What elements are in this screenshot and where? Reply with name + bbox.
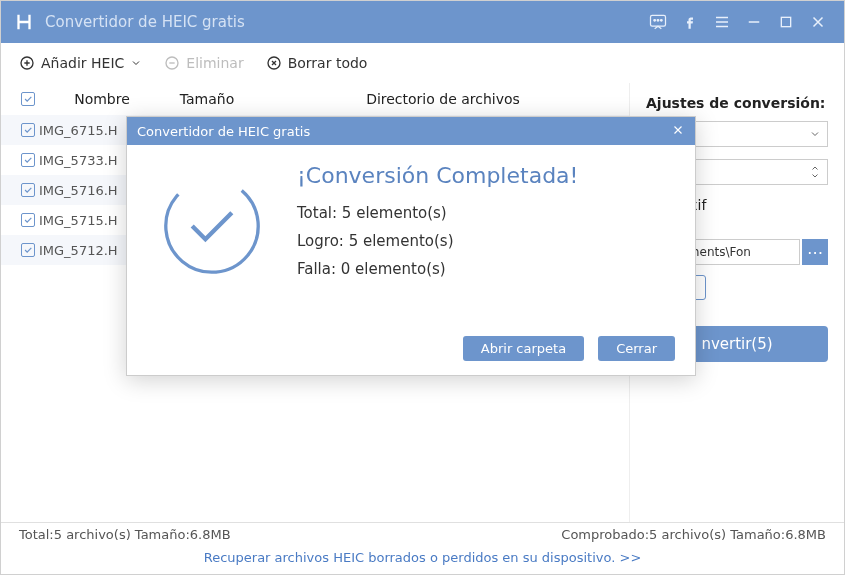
maximize-icon[interactable] [772,8,800,36]
status-bar: Total:5 archivo(s) Tamaño:6.8MB Comproba… [1,523,844,546]
modal-titlebar: Convertidor de HEIC gratis [127,117,695,145]
svg-point-2 [657,20,659,22]
delete-label: Eliminar [186,55,243,71]
promo-link[interactable]: Recuperar archivos HEIC borrados o perdi… [204,550,642,565]
modal-heading: ¡Conversión Completada! [297,163,665,188]
completion-modal: Convertidor de HEIC gratis ¡Conversión C… [126,116,696,376]
success-icon [157,171,267,281]
app-logo-icon [13,11,35,33]
svg-point-3 [661,20,663,22]
col-dir: Directorio de archivos [257,91,629,107]
row-checkbox[interactable] [21,123,35,138]
status-left: Total:5 archivo(s) Tamaño:6.8MB [19,527,231,542]
modal-close-icon[interactable] [671,123,685,140]
clear-all-button[interactable]: Borrar todo [266,55,368,71]
select-all-checkbox[interactable] [21,91,47,107]
col-size: Tamaño [157,91,257,107]
open-folder-button[interactable]: Abrir carpeta [463,336,584,361]
window-title: Convertidor de HEIC gratis [45,13,640,31]
modal-success: Logro: 5 elemento(s) [297,232,665,250]
close-window-icon[interactable] [804,8,832,36]
facebook-icon[interactable] [676,8,704,36]
row-filename: IMG_5733.H [39,153,118,168]
row-filename: IMG_5716.H [39,183,118,198]
delete-button: Eliminar [164,55,243,71]
row-checkbox[interactable] [21,153,35,168]
promo-bar: Recuperar archivos HEIC borrados o perdi… [1,546,844,569]
footer: Total:5 archivo(s) Tamaño:6.8MB Comproba… [1,522,844,574]
browse-path-button[interactable]: ⋯ [802,239,828,265]
modal-title: Convertidor de HEIC gratis [137,124,310,139]
minimize-icon[interactable] [740,8,768,36]
chevron-down-icon [809,128,821,140]
feedback-icon[interactable] [644,8,672,36]
row-filename: IMG_5715.H [39,213,118,228]
modal-info: ¡Conversión Completada! Total: 5 element… [297,163,665,288]
row-checkbox[interactable] [21,243,35,258]
modal-close-button[interactable]: Cerrar [598,336,675,361]
svg-rect-4 [781,17,790,26]
modal-fail: Falla: 0 elemento(s) [297,260,665,278]
status-right: Comprobado:5 archivo(s) Tamaño:6.8MB [561,527,826,542]
modal-total: Total: 5 elemento(s) [297,204,665,222]
add-heic-label: Añadir HEIC [41,55,124,71]
row-checkbox[interactable] [21,213,35,228]
col-name: Nombre [47,91,157,107]
svg-point-1 [654,20,656,22]
settings-title: Ajustes de conversión: [646,95,828,111]
window-titlebar: Convertidor de HEIC gratis [1,1,844,43]
menu-icon[interactable] [708,8,736,36]
stepper-icon [809,164,821,180]
chevron-down-icon [130,57,142,69]
row-checkbox[interactable] [21,183,35,198]
row-filename: IMG_5712.H [39,243,118,258]
add-heic-button[interactable]: Añadir HEIC [19,55,142,71]
clear-all-label: Borrar todo [288,55,368,71]
table-header: Nombre Tamaño Directorio de archivos [1,83,629,115]
toolbar: Añadir HEIC Eliminar Borrar todo [1,43,844,83]
svg-point-8 [157,171,267,281]
row-filename: IMG_6715.H [39,123,118,138]
